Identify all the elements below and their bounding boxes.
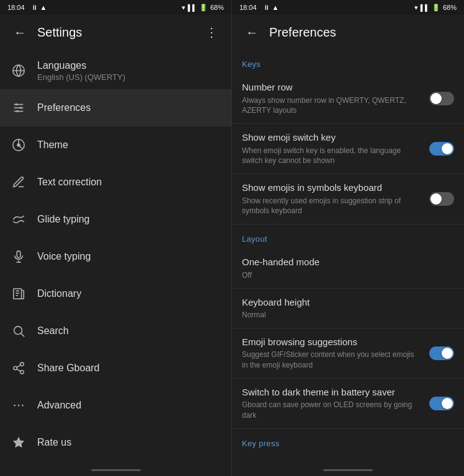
emoji-switch-toggle[interactable] — [429, 142, 454, 156]
home-indicator-right — [232, 464, 464, 476]
pref-item-sound-keypress[interactable]: Sound on keypress — [232, 453, 464, 464]
search-text: Search — [37, 325, 69, 337]
svg-point-22 — [22, 405, 24, 407]
settings-item-languages[interactable]: Languages English (US) (QWERTY) — [0, 52, 231, 89]
search-icon — [10, 322, 27, 340]
svg-point-15 — [20, 363, 24, 366]
dark-theme-text: Switch to dark theme in battery saver Gb… — [242, 386, 429, 421]
voice-typing-title: Voice typing — [37, 251, 91, 262]
theme-title: Theme — [37, 139, 68, 151]
settings-item-glide-typing[interactable]: Glide typing — [0, 201, 231, 238]
svg-rect-9 — [17, 251, 20, 258]
preferences-title: Preferences — [37, 102, 91, 113]
number-row-subtitle: Always show number row in QWERTY, QWERTZ… — [242, 95, 422, 117]
svg-point-4 — [16, 104, 18, 106]
advanced-icon — [10, 397, 27, 414]
voice-typing-icon — [10, 248, 27, 265]
dark-theme-toggle-knob — [442, 398, 453, 409]
glide-typing-title: Glide typing — [37, 214, 90, 225]
battery-pct-right: 68% — [443, 4, 457, 11]
pref-item-number-row[interactable]: Number row Always show number row in QWE… — [232, 74, 464, 124]
time-left: 18:04 — [7, 4, 25, 11]
status-time-left: 18:04 ⏸ ▲ — [7, 4, 47, 11]
keys-section-header: Keys — [232, 50, 464, 74]
status-time-right: 18:04 ⏸ ▲ — [239, 4, 279, 11]
theme-icon — [10, 136, 27, 154]
keyboard-height-title: Keyboard height — [242, 296, 447, 309]
keyboard-height-subtitle: Normal — [242, 310, 447, 320]
status-bar-right: 18:04 ⏸ ▲ ▾ ▌▌ 🔋 68% — [232, 0, 464, 15]
overflow-menu-button[interactable]: ⋮ — [202, 22, 221, 42]
pref-item-emoji-switch[interactable]: Show emoji switch key When emoji switch … — [232, 124, 464, 174]
emoji-browsing-toggle[interactable] — [429, 346, 454, 360]
back-arrow-icon: ← — [14, 25, 26, 40]
svg-point-6 — [16, 110, 19, 113]
pause-icon-right: ⏸ — [263, 4, 270, 11]
settings-item-rate-us[interactable]: Rate us — [0, 424, 231, 461]
signal-bars-icon: ▌▌ — [188, 4, 197, 11]
preferences-back-button[interactable]: ← — [242, 22, 262, 42]
settings-item-text-correction[interactable]: Text correction — [0, 164, 231, 201]
pref-item-dark-theme[interactable]: Switch to dark theme in battery saver Gb… — [232, 379, 464, 429]
text-correction-title: Text correction — [37, 177, 102, 188]
settings-item-preferences[interactable]: Preferences — [0, 89, 231, 126]
languages-title: Languages — [37, 60, 125, 71]
battery-icon-left: 🔋 — [199, 4, 208, 12]
layout-section-header: Layout — [232, 224, 464, 249]
dictionary-icon — [10, 285, 27, 302]
pref-item-keyboard-height[interactable]: Keyboard height Normal — [232, 289, 464, 328]
emoji-switch-subtitle: When emoji switch key is enabled, the la… — [242, 146, 422, 167]
keyboard-height-text: Keyboard height Normal — [242, 296, 454, 320]
pref-item-emoji-browsing[interactable]: Emoji browsing suggestions Suggest GIF/S… — [232, 328, 464, 379]
preferences-title: Preferences — [269, 25, 454, 40]
emoji-browsing-title: Emoji browsing suggestions — [242, 336, 422, 348]
settings-item-search[interactable]: Search — [0, 312, 231, 350]
settings-item-voice-typing[interactable]: Voice typing — [0, 238, 231, 275]
dark-theme-toggle[interactable] — [429, 397, 454, 410]
preferences-content: Keys Number row Always show number row i… — [232, 50, 464, 464]
number-row-title: Number row — [242, 81, 422, 94]
home-indicator-left — [0, 464, 231, 476]
text-correction-icon — [10, 174, 27, 191]
back-button[interactable]: ← — [10, 22, 30, 42]
status-icons-right: ▾ ▌▌ 🔋 68% — [414, 4, 457, 12]
settings-item-share-gboard[interactable]: Share Gboard — [0, 350, 231, 387]
preferences-text: Preferences — [37, 102, 91, 113]
emojis-symbols-toggle[interactable] — [429, 192, 454, 206]
settings-item-theme[interactable]: Theme — [0, 126, 231, 164]
settings-panel: 18:04 ⏸ ▲ ▾ ▌▌ 🔋 68% ← Settings ⋮ — [0, 0, 232, 476]
preferences-app-bar: ← Preferences — [232, 15, 464, 50]
time-right: 18:04 — [239, 4, 257, 11]
settings-item-advanced[interactable]: Advanced — [0, 387, 231, 424]
emojis-symbols-text: Show emojis in symbols keyboard Show rec… — [242, 182, 429, 216]
search-title: Search — [37, 325, 69, 337]
share-gboard-text: Share Gboard — [37, 363, 100, 374]
languages-icon — [10, 62, 27, 79]
emojis-symbols-title: Show emojis in symbols keyboard — [242, 182, 422, 194]
battery-pct-left: 68% — [210, 4, 224, 11]
rate-us-icon — [10, 434, 27, 451]
signal-icon-right: ▲ — [272, 4, 279, 11]
settings-item-dictionary[interactable]: Dictionary — [0, 275, 231, 312]
number-row-toggle[interactable] — [429, 92, 454, 105]
pref-item-one-handed[interactable]: One-handed mode Off — [232, 249, 464, 288]
voice-typing-text: Voice typing — [37, 251, 91, 262]
emoji-browsing-subtitle: Suggest GIF/Sticker content when you sel… — [242, 350, 422, 371]
svg-point-17 — [20, 371, 24, 374]
emoji-browsing-text: Emoji browsing suggestions Suggest GIF/S… — [242, 336, 429, 371]
wifi-icon-right: ▾ — [414, 4, 418, 12]
number-row-text: Number row Always show number row in QWE… — [242, 81, 429, 116]
svg-line-14 — [21, 333, 24, 337]
svg-rect-12 — [14, 289, 22, 299]
one-handed-text: One-handed mode Off — [242, 256, 454, 280]
advanced-title: Advanced — [37, 400, 81, 411]
emoji-browsing-toggle-knob — [442, 348, 453, 359]
dictionary-title: Dictionary — [37, 288, 81, 299]
dark-theme-subtitle: Gboard can save power on OLED screens by… — [242, 400, 422, 421]
svg-marker-23 — [13, 437, 24, 447]
languages-text: Languages English (US) (QWERTY) — [37, 60, 125, 82]
pref-item-emojis-symbols[interactable]: Show emojis in symbols keyboard Show rec… — [232, 174, 464, 224]
status-icons-left: ▾ ▌▌ 🔋 68% — [182, 4, 224, 12]
number-row-toggle-knob — [431, 93, 442, 104]
svg-point-16 — [14, 366, 17, 370]
